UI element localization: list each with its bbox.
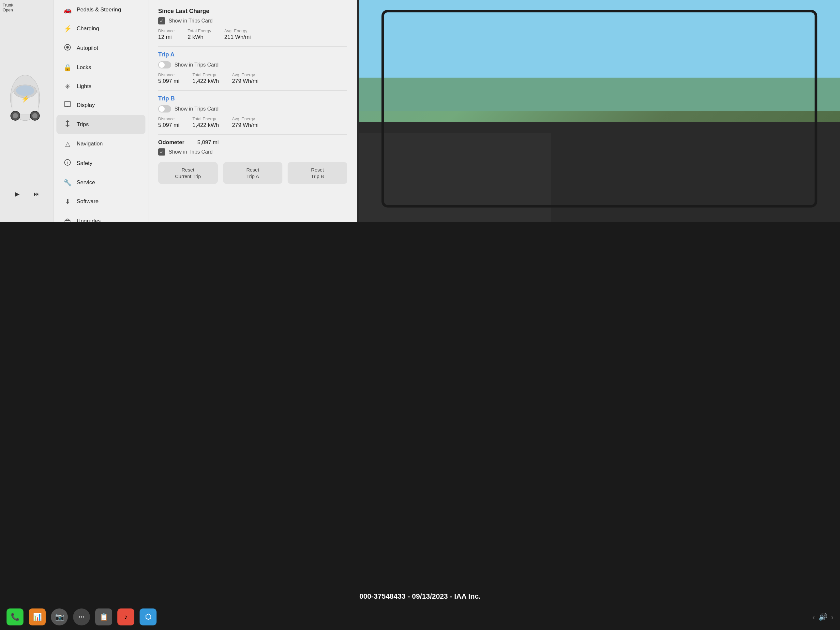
volume-icon[interactable]: 🔊 xyxy=(818,613,827,621)
sidebar-item-lights[interactable]: ✳ Lights xyxy=(57,77,145,96)
sidebar: 🚗 Pedals & Steering ⚡ Charging Autopilot… xyxy=(54,0,148,222)
trip-b-title: Trip B xyxy=(158,95,347,102)
car-controls: ▶ ⏭ xyxy=(0,186,54,202)
phone-icon: 📞 xyxy=(11,613,20,621)
sidebar-item-locks[interactable]: 🔒 Locks xyxy=(57,58,145,77)
since-charge-total-energy: Total Energy 2 kWh xyxy=(188,28,211,40)
software-icon: ⬇ xyxy=(63,197,72,205)
safety-icon: i xyxy=(63,159,72,167)
since-last-charge-show-label: Show in Trips Card xyxy=(169,18,213,24)
trip-a-total-energy: Total Energy 1,422 kWh xyxy=(193,73,219,84)
music-app[interactable]: ♪ xyxy=(117,608,134,625)
sidebar-item-upgrades[interactable]: Upgrades xyxy=(57,211,145,222)
trip-a-stats: Distance 5,097 mi Total Energy 1,422 kWh… xyxy=(158,73,347,84)
trip-a-toggle[interactable] xyxy=(158,61,171,68)
navigation-icon: △ xyxy=(63,140,72,148)
sidebar-item-service[interactable]: 🔧 Service xyxy=(57,174,145,192)
sidebar-item-software[interactable]: ⬇ Software xyxy=(57,193,145,211)
since-last-charge-section: Since Last Charge ✓ Show in Trips Card D… xyxy=(158,8,347,40)
sidebar-item-charging[interactable]: ⚡ Charging xyxy=(57,20,145,38)
info-app[interactable]: 📋 xyxy=(95,608,112,625)
music-icon: ♪ xyxy=(124,613,128,621)
divider-2 xyxy=(158,90,347,91)
svg-rect-11 xyxy=(64,102,71,106)
sidebar-item-trips[interactable]: Trips xyxy=(57,115,145,134)
lights-icon: ✳ xyxy=(63,82,72,90)
charging-icon: ⚡ xyxy=(63,25,72,33)
trip-a-show-row: Show in Trips Card xyxy=(158,61,347,68)
trip-a-avg-energy: Avg. Energy 279 Wh/mi xyxy=(232,73,258,84)
sidebar-item-safety[interactable]: i Safety xyxy=(57,153,145,173)
trip-b-toggle[interactable] xyxy=(158,105,171,112)
reset-current-trip-button[interactable]: ResetCurrent Trip xyxy=(158,162,218,184)
taskbar-nav: ‹ 🔊 › xyxy=(813,613,834,621)
service-icon: 🔧 xyxy=(63,179,72,186)
odometer-checkbox[interactable]: ✓ xyxy=(158,148,165,156)
since-last-charge-checkbox[interactable]: ✓ xyxy=(158,17,165,24)
since-charge-avg-energy: Avg. Energy 211 Wh/mi xyxy=(224,28,251,40)
next-button[interactable]: ⏭ xyxy=(32,189,42,199)
car-background xyxy=(359,0,840,222)
info-icon: 📋 xyxy=(99,613,108,621)
trip-a-distance: Distance 5,097 mi xyxy=(158,73,179,84)
camera-app[interactable]: 📷 xyxy=(51,608,68,625)
nav-back-arrow[interactable]: ‹ xyxy=(813,613,815,621)
svg-text:i: i xyxy=(67,160,68,165)
svg-rect-20 xyxy=(359,133,551,222)
camera-icon: 📷 xyxy=(55,613,64,621)
svg-point-7 xyxy=(32,113,38,118)
odometer-show-label: Show in Trips Card xyxy=(169,149,213,155)
trip-a-title: Trip A xyxy=(158,51,347,58)
car-panel: Trunk Open ⚡ ▶ ⏭ xyxy=(0,0,54,222)
reset-buttons: ResetCurrent Trip ResetTrip A ResetTrip … xyxy=(158,162,347,184)
svg-text:⚡: ⚡ xyxy=(21,95,29,103)
trip-b-distance: Distance 5,097 mi xyxy=(158,117,179,128)
sidebar-item-display[interactable]: Display xyxy=(57,96,145,114)
reset-trip-a-button[interactable]: ResetTrip A xyxy=(223,162,283,184)
upgrades-icon xyxy=(63,216,72,222)
trunk-label: Trunk Open xyxy=(3,3,13,13)
odometer-row: Odometer 5,097 mi xyxy=(158,139,347,146)
reset-trip-b-button[interactable]: ResetTrip B xyxy=(287,162,347,184)
right-car-view xyxy=(359,0,840,222)
nav-forward-arrow[interactable]: › xyxy=(831,613,834,621)
svg-point-3 xyxy=(16,85,34,96)
play-button[interactable]: ▶ xyxy=(13,189,22,199)
main-content: Since Last Charge ✓ Show in Trips Card D… xyxy=(148,0,357,222)
trip-a-show-label: Show in Trips Card xyxy=(174,62,218,68)
taskbar: 📞 📊 📷 ••• 📋 ♪ ⬡ ‹ 🔊 › xyxy=(0,604,840,630)
bottom-area xyxy=(0,222,840,604)
since-last-charge-stats: Distance 12 mi Total Energy 2 kWh Avg. E… xyxy=(158,28,347,40)
trip-b-stats: Distance 5,097 mi Total Energy 1,422 kWh… xyxy=(158,117,347,128)
trip-a-section: Trip A Show in Trips Card Distance 5,097… xyxy=(158,51,347,84)
trip-b-show-label: Show in Trips Card xyxy=(174,106,218,112)
audio-app[interactable]: 📊 xyxy=(29,608,46,625)
autopilot-icon xyxy=(63,44,72,52)
svg-point-6 xyxy=(13,113,18,118)
trip-b-section: Trip B Show in Trips Card Distance 5,097… xyxy=(158,95,347,128)
more-app[interactable]: ••• xyxy=(73,608,90,625)
trip-b-show-row: Show in Trips Card xyxy=(158,105,347,112)
more-icon: ••• xyxy=(79,614,84,620)
trips-icon xyxy=(63,120,72,129)
bluetooth-app[interactable]: ⬡ xyxy=(140,608,156,625)
pedals-icon: 🚗 xyxy=(63,6,72,14)
display-icon xyxy=(63,101,72,109)
audio-icon: 📊 xyxy=(33,613,42,621)
sidebar-item-navigation[interactable]: △ Navigation xyxy=(57,135,145,153)
sidebar-item-pedals-steering[interactable]: 🚗 Pedals & Steering xyxy=(57,1,145,19)
phone-app[interactable]: 📞 xyxy=(6,608,24,625)
bluetooth-icon: ⬡ xyxy=(145,613,151,621)
sidebar-item-autopilot[interactable]: Autopilot xyxy=(57,38,145,58)
lock-icon: 🔒 xyxy=(63,63,72,71)
watermark: 000-37548433 - 09/13/2023 - IAA Inc. xyxy=(359,592,481,601)
odometer-show-row: ✓ Show in Trips Card xyxy=(158,148,347,156)
trip-b-avg-energy: Avg. Energy 279 Wh/mi xyxy=(232,117,258,128)
since-last-charge-title: Since Last Charge xyxy=(158,8,347,15)
trip-b-total-energy: Total Energy 1,422 kWh xyxy=(193,117,219,128)
car-image: ⚡ xyxy=(6,68,48,134)
divider-3 xyxy=(158,134,347,135)
svg-point-10 xyxy=(66,46,69,49)
divider-1 xyxy=(158,46,347,47)
since-last-charge-show-row: ✓ Show in Trips Card xyxy=(158,17,347,24)
